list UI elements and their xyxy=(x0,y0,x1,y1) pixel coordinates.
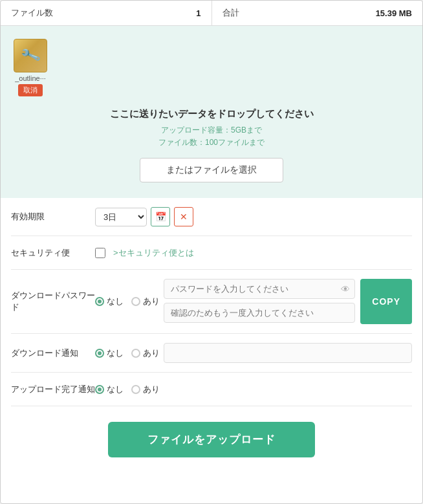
upload-notify-none-label: なし xyxy=(107,384,124,395)
drop-zone-center: ここに送りたいデータをドロップしてください アップロード容量：5GBまで ファイ… xyxy=(14,108,409,182)
file-count-label: ファイル数 xyxy=(11,7,53,19)
download-password-row: ダウンロードパスワード なし あり � xyxy=(11,270,412,334)
drop-text-sub1: アップロード容量：5GBまで xyxy=(161,124,262,137)
expiry-select[interactable]: 3日 1日 2日 7日 14日 30日 xyxy=(95,208,147,226)
clear-icon: ✕ xyxy=(180,212,188,222)
download-notify-yes-option[interactable]: あり xyxy=(131,347,160,359)
download-notify-yes-radio[interactable] xyxy=(131,349,140,358)
upload-notify-none-option[interactable]: なし xyxy=(95,384,124,395)
total-label: 合計 xyxy=(222,7,239,19)
file-name-label: _outline··· xyxy=(15,74,46,82)
password-input1[interactable] xyxy=(164,279,355,299)
download-notify-yes-label: あり xyxy=(143,347,160,359)
drop-text-sub2: ファイル数：100ファイルまで xyxy=(158,137,265,149)
download-notify-label: ダウンロード通知 xyxy=(11,347,95,359)
download-notify-email-input[interactable] xyxy=(164,343,412,363)
calendar-button[interactable]: 📅 xyxy=(151,207,170,226)
download-password-control: なし あり 👁 xyxy=(95,279,412,324)
password-none-label: なし xyxy=(107,296,124,307)
password-input-wrap2 xyxy=(164,303,355,323)
upload-button-row: ファイルをアップロード xyxy=(1,406,422,476)
password-yes-label: あり xyxy=(143,296,160,307)
clear-date-button[interactable]: ✕ xyxy=(174,207,193,226)
form-section: 有効期限 3日 1日 2日 7日 14日 30日 📅 ✕ xyxy=(1,198,422,406)
upload-notify-radio-group: なし あり xyxy=(95,384,160,395)
expiry-row: 有効期限 3日 1日 2日 7日 14日 30日 📅 ✕ xyxy=(11,198,412,236)
upload-button[interactable]: ファイルをアップロード xyxy=(108,422,315,457)
password-radio-group: なし あり xyxy=(95,296,160,307)
file-count-cell: ファイル数 1 xyxy=(1,1,212,25)
security-control: >セキュリティ便とは xyxy=(95,247,412,259)
password-inputs-section: 👁 COPY xyxy=(164,279,412,324)
security-info-link[interactable]: >セキュリティ便とは xyxy=(113,247,194,259)
upload-complete-notify-label: アップロード完了通知 xyxy=(11,384,95,395)
password-none-radio[interactable] xyxy=(95,297,104,306)
total-cell: 合計 15.39 MB xyxy=(212,1,423,25)
expiry-label: 有効期限 xyxy=(11,211,95,223)
upload-notify-yes-radio[interactable] xyxy=(131,385,140,394)
password-none-option[interactable]: なし xyxy=(95,296,124,307)
password-input-wrap1: 👁 xyxy=(164,279,355,299)
password-yes-radio[interactable] xyxy=(131,297,140,306)
download-password-label: ダウンロードパスワード xyxy=(11,290,95,313)
password-input2[interactable] xyxy=(164,303,355,323)
download-notify-none-radio[interactable] xyxy=(95,349,104,358)
password-yes-option[interactable]: あり xyxy=(131,296,160,307)
eye-icon[interactable]: 👁 xyxy=(341,284,350,294)
upload-drop-area[interactable]: 🔧 _outline··· 取消 ここに送りたいデータをドロップしてください ア… xyxy=(1,26,422,198)
cancel-file-button[interactable]: 取消 xyxy=(18,84,43,96)
upload-complete-notify-control: なし あり xyxy=(95,384,412,395)
upload-notify-none-radio[interactable] xyxy=(95,385,104,394)
file-count-value: 1 xyxy=(196,8,201,18)
security-row: セキュリティ便 >セキュリティ便とは xyxy=(11,236,412,270)
expiry-control: 3日 1日 2日 7日 14日 30日 📅 ✕ xyxy=(95,207,412,226)
download-notify-row: ダウンロード通知 なし あり xyxy=(11,334,412,373)
calendar-icon: 📅 xyxy=(155,212,166,222)
download-notify-radio-group: なし あり xyxy=(95,347,160,359)
main-window: ファイル数 1 合計 15.39 MB 🔧 _outline··· 取消 ここに… xyxy=(0,0,423,504)
upload-complete-notify-row: アップロード完了通知 なし あり xyxy=(11,373,412,406)
header-bar: ファイル数 1 合計 15.39 MB xyxy=(1,1,422,26)
download-notify-none-option[interactable]: なし xyxy=(95,347,124,359)
password-input-section: 👁 xyxy=(164,279,355,323)
select-file-button[interactable]: またはファイルを選択 xyxy=(140,158,283,182)
file-thumb-icon: 🔧 xyxy=(19,45,41,67)
total-value: 15.39 MB xyxy=(376,8,412,18)
upload-notify-yes-option[interactable]: あり xyxy=(131,384,160,395)
upload-notify-yes-label: あり xyxy=(143,384,160,395)
download-notify-none-label: なし xyxy=(107,347,124,359)
file-thumbnail: 🔧 xyxy=(14,39,47,72)
copy-button[interactable]: COPY xyxy=(360,279,412,324)
download-notify-control: なし あり xyxy=(95,343,412,363)
security-checkbox[interactable] xyxy=(95,248,105,258)
file-preview: 🔧 _outline··· 取消 xyxy=(14,39,47,96)
security-label: セキュリティ便 xyxy=(11,247,95,259)
drop-text-main: ここに送りたいデータをドロップしてください xyxy=(110,108,314,120)
